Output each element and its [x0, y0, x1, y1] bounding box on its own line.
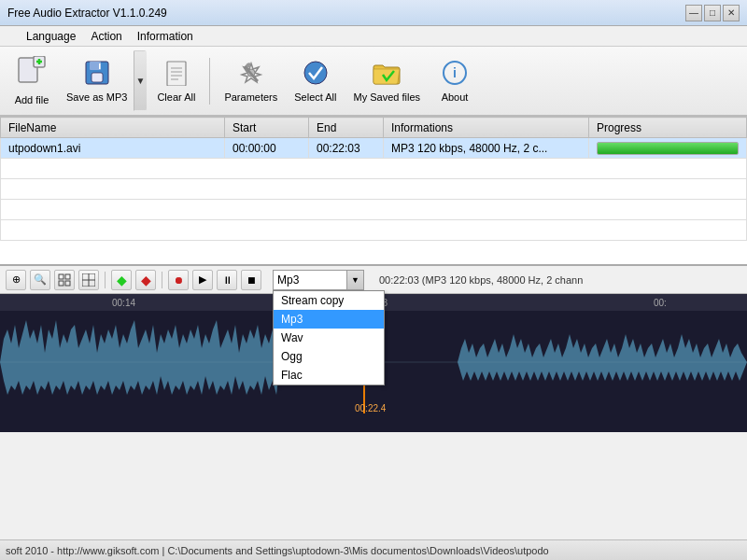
waveform-toolbar: ⊕ 🔍 ◆ ◆ ⏺ ▶ ⏸ ⏹ Mp3 ▼ Stream copy [0, 266, 747, 294]
format-option-flac[interactable]: Flac [274, 366, 384, 385]
file-menu[interactable] [4, 35, 19, 38]
toolbar: Add file Save as MP3 ▼ [0, 47, 747, 117]
parameters-button[interactable]: Parameters [218, 50, 284, 111]
grid-view-button[interactable] [54, 270, 75, 290]
col-header-info: Informations [384, 118, 589, 138]
file-table: FileName Start End Informations Progress… [0, 117, 747, 241]
marker-green-button[interactable]: ◆ [111, 270, 132, 290]
svg-rect-20 [65, 281, 70, 286]
clear-all-button[interactable]: Clear All [150, 50, 202, 111]
svg-rect-17 [59, 274, 63, 279]
svg-rect-8 [167, 62, 186, 86]
table-row-empty-2 [1, 179, 747, 200]
table-row-empty-1 [1, 159, 747, 179]
save-mp3-button[interactable]: Save as MP3 [60, 50, 134, 111]
my-saved-files-icon [372, 60, 402, 88]
time-marker-3: 00: [654, 298, 667, 308]
add-file-icon [17, 56, 47, 91]
table-row-empty-3 [1, 200, 747, 220]
minimize-button[interactable]: — [685, 5, 702, 21]
stop-button[interactable]: ⏹ [241, 270, 261, 290]
information-menu[interactable]: Information [130, 28, 201, 45]
window-controls: — □ ✕ [685, 5, 740, 21]
format-option-wav[interactable]: Wav [274, 329, 384, 347]
status-text: soft 2010 - http://www.giksoft.com | C:\… [6, 545, 549, 556]
svg-rect-19 [59, 281, 63, 286]
marker-red-button[interactable]: ◆ [135, 270, 156, 290]
pause-button[interactable]: ⏸ [217, 270, 237, 290]
format-option-mp3[interactable]: Mp3 [274, 310, 384, 329]
title-bar: Free Audio Extractor V1.1.0.249 — □ ✕ [0, 0, 747, 26]
add-file-button[interactable]: Add file [7, 50, 56, 111]
select-all-button[interactable]: Select All [288, 50, 343, 111]
close-button[interactable]: ✕ [723, 5, 740, 21]
progress-bar [597, 142, 739, 155]
maximize-button[interactable]: □ [704, 5, 721, 21]
language-menu[interactable]: Language [19, 28, 83, 45]
about-icon: i [442, 60, 468, 88]
my-saved-files-button[interactable]: My Saved files [347, 50, 428, 111]
wave-sep-1 [105, 272, 106, 288]
toolbar-separator-1 [209, 58, 210, 105]
cell-filename: utpodown1.avi [1, 138, 225, 159]
format-option-ogg[interactable]: Ogg [274, 347, 384, 366]
about-button[interactable]: i About [430, 50, 479, 111]
wave-sep-2 [162, 272, 162, 288]
format-selector[interactable]: Mp3 [273, 270, 347, 290]
cell-end: 00:22:03 [309, 138, 384, 159]
play-button[interactable]: ▶ [192, 270, 213, 290]
parameters-icon [238, 60, 264, 88]
save-dropdown-button[interactable]: ▼ [134, 50, 147, 111]
zoom-in-button[interactable]: 🔍 [30, 270, 50, 290]
cell-info: MP3 120 kbps, 48000 Hz, 2 c... [384, 138, 589, 159]
select-all-icon [303, 60, 329, 88]
table-row-empty-4 [1, 220, 747, 241]
time-info: 00:22:03 (MP3 120 kbps, 48000 Hz, 2 chan… [379, 274, 583, 286]
col-header-end: End [309, 118, 384, 138]
file-list-area: FileName Start End Informations Progress… [0, 117, 747, 266]
cell-progress [589, 138, 747, 159]
record-button[interactable]: ⏺ [168, 270, 189, 290]
svg-point-14 [304, 62, 327, 84]
clear-all-icon [163, 60, 190, 88]
progress-bar-fill [598, 143, 738, 154]
svg-rect-7 [99, 63, 101, 69]
zoom-fit-button[interactable]: ⊕ [6, 270, 26, 290]
status-bar: soft 2010 - http://www.giksoft.com | C:\… [0, 539, 747, 560]
format-dropdown: Stream copy Mp3 Wav Ogg Flac [273, 290, 385, 385]
svg-rect-18 [65, 274, 70, 279]
col-header-filename: FileName [1, 118, 225, 138]
menu-bar: Language Action Information [0, 26, 747, 47]
time-marker-1: 00:14 [112, 298, 135, 308]
format-dropdown-arrow[interactable]: ▼ [347, 270, 364, 290]
svg-rect-6 [92, 73, 103, 82]
col-header-progress: Progress [589, 118, 747, 138]
format-selector-row: Mp3 ▼ [273, 270, 364, 290]
save-icon [84, 60, 110, 88]
format-option-streamcopy[interactable]: Stream copy [274, 291, 384, 310]
format-selector-container: Mp3 ▼ Stream copy Mp3 Wav Ogg Flac [273, 270, 364, 290]
cell-start: 00:00:00 [225, 138, 309, 159]
svg-text:i: i [453, 65, 457, 80]
table-row[interactable]: utpodown1.avi 00:00:00 00:22:03 MP3 120 … [1, 138, 747, 159]
col-header-start: Start [225, 118, 309, 138]
grid-view2-button[interactable] [78, 270, 99, 290]
save-mp3-group[interactable]: Save as MP3 ▼ [60, 50, 147, 111]
svg-text:00:22.4: 00:22.4 [355, 403, 387, 413]
action-menu[interactable]: Action [83, 28, 129, 45]
app-title: Free Audio Extractor V1.1.0.249 [7, 7, 167, 20]
